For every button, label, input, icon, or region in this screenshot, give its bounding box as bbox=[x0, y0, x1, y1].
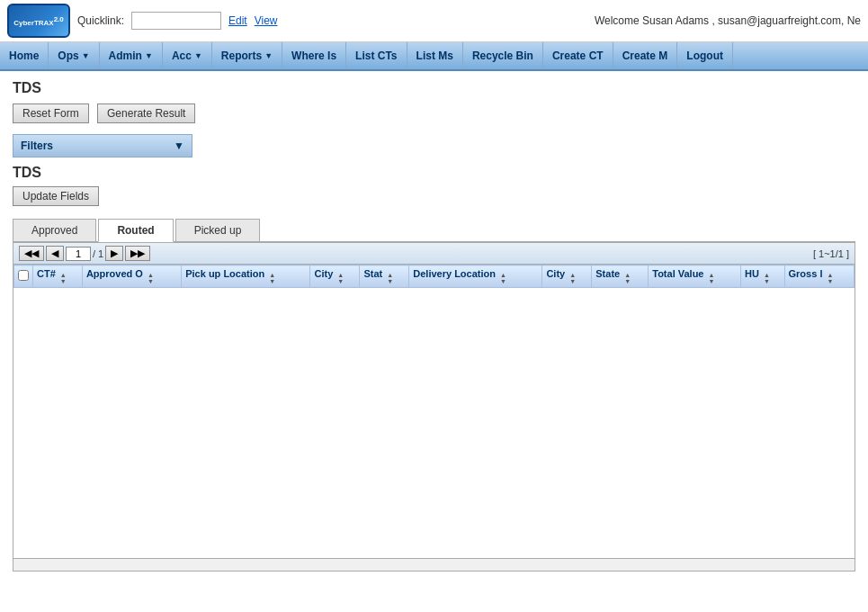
approved-sort-arrows: ▲▼ bbox=[148, 272, 154, 284]
ops-dropdown-arrow: ▼ bbox=[82, 51, 90, 60]
page-total: / 1 bbox=[93, 248, 103, 259]
tabs-container: Approved Routed Picked up bbox=[13, 219, 855, 242]
update-fields-button[interactable]: Update Fields bbox=[13, 186, 99, 206]
next-page-button[interactable]: ▶ bbox=[105, 246, 123, 261]
grid-container: ◀◀ ◀ / 1 ▶ ▶▶ [ 1~1/1 ] CT# ▲▼ Approve bbox=[13, 242, 855, 572]
table-scroll-container[interactable]: CT# ▲▼ Approved O ▲▼ Pick up Location ▲▼… bbox=[13, 265, 855, 288]
data-table: CT# ▲▼ Approved O ▲▼ Pick up Location ▲▼… bbox=[13, 265, 855, 288]
page-title: TDS bbox=[13, 80, 855, 96]
col-gross-l[interactable]: Gross l ▲▼ bbox=[784, 266, 854, 288]
tds-section: TDS Update Fields bbox=[13, 165, 855, 206]
nav-logout[interactable]: Logout bbox=[677, 42, 733, 69]
welcome-text: Welcome Susan Adams , susan@jaguarfreigh… bbox=[595, 14, 861, 27]
city1-sort-arrows: ▲▼ bbox=[337, 272, 344, 284]
col-state[interactable]: State ▲▼ bbox=[592, 266, 649, 288]
admin-dropdown-arrow: ▼ bbox=[145, 51, 153, 60]
nav-home[interactable]: Home bbox=[0, 42, 49, 69]
last-page-button[interactable]: ▶▶ bbox=[125, 246, 150, 261]
table-header-row: CT# ▲▼ Approved O ▲▼ Pick up Location ▲▼… bbox=[14, 266, 855, 288]
top-bar: CyberTRAX2.0 Quicklink: Edit View Welcom… bbox=[0, 0, 868, 42]
grossl-sort-arrows: ▲▼ bbox=[828, 272, 834, 284]
select-all-header bbox=[14, 266, 33, 288]
tab-routed[interactable]: Routed bbox=[98, 219, 173, 242]
state-sort-arrows: ▲▼ bbox=[624, 272, 631, 284]
nav-where-is[interactable]: Where Is bbox=[282, 42, 346, 69]
quicklink-input[interactable] bbox=[131, 12, 221, 30]
select-all-checkbox[interactable] bbox=[18, 270, 29, 281]
horizontal-scrollbar[interactable] bbox=[13, 558, 855, 571]
filters-section: Filters ▼ bbox=[13, 134, 855, 158]
pickup-sort-arrows: ▲▼ bbox=[269, 272, 275, 284]
nav-reports[interactable]: Reports ▼ bbox=[212, 42, 282, 69]
prev-page-button[interactable]: ◀ bbox=[46, 246, 64, 261]
col-delivery-location[interactable]: Delivery Location ▲▼ bbox=[409, 266, 542, 288]
nav-bar: Home Ops ▼ Admin ▼ Acc ▼ Reports ▼ Where… bbox=[0, 42, 868, 71]
col-ct-num[interactable]: CT# ▲▼ bbox=[33, 266, 83, 288]
col-hu[interactable]: HU ▲▼ bbox=[741, 266, 784, 288]
filters-dropdown-arrow: ▼ bbox=[174, 140, 184, 152]
hu-sort-arrows: ▲▼ bbox=[764, 272, 770, 284]
logo: CyberTRAX2.0 bbox=[7, 4, 70, 38]
city2-sort-arrows: ▲▼ bbox=[569, 272, 576, 284]
pagination-bar: ◀◀ ◀ / 1 ▶ ▶▶ [ 1~1/1 ] bbox=[13, 243, 855, 265]
first-page-button[interactable]: ◀◀ bbox=[19, 246, 44, 261]
acc-dropdown-arrow: ▼ bbox=[194, 51, 202, 60]
filters-label: Filters bbox=[21, 140, 53, 152]
nav-ops[interactable]: Ops ▼ bbox=[49, 42, 99, 69]
nav-admin[interactable]: Admin ▼ bbox=[100, 42, 163, 69]
nav-acc[interactable]: Acc ▼ bbox=[163, 42, 212, 69]
scrollbar-inner bbox=[13, 559, 855, 560]
nav-recycle-bin[interactable]: Recycle Bin bbox=[463, 42, 543, 69]
tds-label: TDS bbox=[13, 165, 855, 181]
nav-create-m[interactable]: Create M bbox=[613, 42, 678, 69]
view-link[interactable]: View bbox=[255, 14, 278, 27]
nav-list-cts[interactable]: List CTs bbox=[346, 42, 407, 69]
edit-link[interactable]: Edit bbox=[228, 14, 247, 27]
generate-result-button[interactable]: Generate Result bbox=[97, 104, 195, 123]
nav-list-ms[interactable]: List Ms bbox=[407, 42, 463, 69]
col-total-value[interactable]: Total Value ▲▼ bbox=[649, 266, 741, 288]
delivery-sort-arrows: ▲▼ bbox=[500, 272, 506, 284]
action-buttons: Reset Form Generate Result bbox=[13, 104, 855, 123]
reports-dropdown-arrow: ▼ bbox=[264, 51, 273, 60]
grid-body-empty bbox=[13, 288, 855, 558]
tab-approved[interactable]: Approved bbox=[13, 219, 96, 241]
logo-text: CyberTRAX2.0 bbox=[13, 15, 64, 27]
page-range: [ 1~1/1 ] bbox=[813, 248, 849, 259]
col-approved-o[interactable]: Approved O ▲▼ bbox=[82, 266, 181, 288]
top-bar-left: CyberTRAX2.0 Quicklink: Edit View bbox=[7, 4, 278, 38]
col-city-2[interactable]: City ▲▼ bbox=[542, 266, 592, 288]
pagination-controls: ◀◀ ◀ / 1 ▶ ▶▶ bbox=[19, 246, 150, 261]
totalvalue-sort-arrows: ▲▼ bbox=[709, 272, 715, 284]
col-city-1[interactable]: City ▲▼ bbox=[310, 266, 360, 288]
main-content: TDS Reset Form Generate Result Filters ▼… bbox=[0, 71, 868, 580]
tab-picked-up[interactable]: Picked up bbox=[175, 219, 261, 241]
page-number-input[interactable] bbox=[66, 247, 91, 261]
ct-sort-arrows: ▲▼ bbox=[60, 272, 67, 284]
col-stat[interactable]: Stat ▲▼ bbox=[360, 266, 409, 288]
nav-create-ct[interactable]: Create CT bbox=[543, 42, 613, 69]
col-pickup-location[interactable]: Pick up Location ▲▼ bbox=[182, 266, 310, 288]
stat-sort-arrows: ▲▼ bbox=[387, 272, 393, 284]
quicklink-label: Quicklink: bbox=[77, 14, 124, 27]
reset-form-button[interactable]: Reset Form bbox=[13, 104, 89, 123]
filters-header[interactable]: Filters ▼ bbox=[13, 134, 192, 158]
